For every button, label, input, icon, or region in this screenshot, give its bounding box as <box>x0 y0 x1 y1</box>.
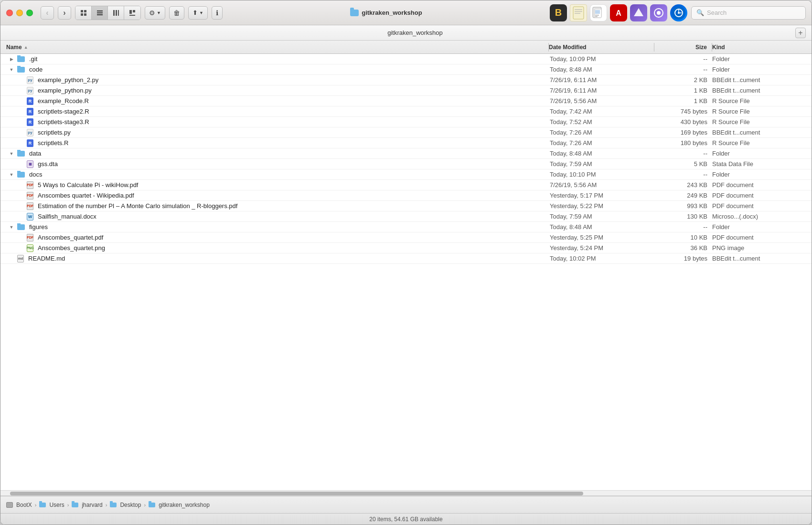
breadcrumb-item[interactable]: Desktop <box>110 502 141 508</box>
file-name-cell: PDF 5 Ways to Calculate Pi - wikiHow.pdf <box>4 181 550 189</box>
svg-rect-5 <box>97 12 103 13</box>
fluid2-app-icon[interactable] <box>650 4 667 21</box>
svg-rect-1 <box>84 10 86 12</box>
file-name-cell: W Sailfish_manual.docx <box>4 213 550 220</box>
list-view-button[interactable] <box>92 6 108 20</box>
file-size: 169 bytes <box>655 129 712 136</box>
file-row[interactable]: docs Today, 10:10 PM -- Folder <box>0 169 812 180</box>
column-headers: Name ▲ Date Modified Size Kind <box>0 41 812 54</box>
settings-button[interactable]: ⚙ ▼ <box>145 6 165 20</box>
r-file-icon: R <box>27 97 33 105</box>
file-date: 7/26/19, 6:11 AM <box>550 76 655 84</box>
file-date: Today, 7:52 AM <box>550 118 655 126</box>
file-row[interactable]: .git Today, 10:09 PM -- Folder <box>0 54 812 64</box>
horizontal-scrollbar[interactable] <box>0 490 812 496</box>
info-button[interactable]: ℹ <box>212 6 223 20</box>
scrollbar-thumb[interactable] <box>10 492 583 495</box>
file-row[interactable]: W Sailfish_manual.docx Today, 7:59 AM 13… <box>0 211 812 222</box>
svg-rect-7 <box>113 10 115 16</box>
disclosure-triangle[interactable] <box>8 66 15 73</box>
svg-rect-11 <box>133 10 135 12</box>
column-view-button[interactable] <box>108 6 124 20</box>
folder-icon <box>17 224 25 230</box>
svg-rect-9 <box>118 10 119 16</box>
svg-rect-21 <box>595 16 598 17</box>
grid-icon <box>80 10 87 16</box>
file-date: Today, 7:42 AM <box>550 108 655 115</box>
breadcrumb-item[interactable]: BootX <box>6 502 32 508</box>
close-button[interactable] <box>6 10 13 16</box>
acrobat-app-icon[interactable]: A <box>610 4 627 21</box>
file-row[interactable]: R scriptlets.R Today, 7:26 AM 180 bytes … <box>0 138 812 148</box>
search-box[interactable]: 🔍 Search <box>691 6 806 20</box>
kind-column-header[interactable]: Kind <box>712 44 808 51</box>
disclosure-triangle[interactable] <box>8 171 15 178</box>
file-row[interactable]: PDF Anscombes quartet - Wikipedia.pdf Ye… <box>0 190 812 201</box>
folder-icon <box>17 151 25 157</box>
file-row[interactable]: py example_python_2.py 7/26/19, 6:11 AM … <box>0 75 812 85</box>
pathbar: gitkraken_workshop + <box>0 25 812 41</box>
disclosure-spacer <box>18 87 24 94</box>
file-row[interactable]: PNG Anscombes_quartet.png Yesterday, 5:2… <box>0 243 812 253</box>
breadcrumb-separator: › <box>35 502 37 508</box>
disclosure-spacer <box>18 234 24 241</box>
file-row[interactable]: py scriptlets.py Today, 7:26 AM 169 byte… <box>0 127 812 138</box>
view-buttons <box>75 6 141 20</box>
disclosure-triangle[interactable] <box>8 224 15 231</box>
file-row[interactable]: R scriptlets-stage3.R Today, 7:52 AM 430… <box>0 117 812 127</box>
file-row[interactable]: figures Today, 8:48 AM -- Folder <box>0 222 812 232</box>
quicktime-app-icon[interactable] <box>670 4 687 21</box>
file-row[interactable]: ▦ gss.dta Today, 7:59 AM 5 KB Stata Data… <box>0 159 812 169</box>
breadcrumb-item[interactable]: Users <box>39 502 64 508</box>
minimize-button[interactable] <box>16 10 23 16</box>
file-name-cell: md README.md <box>4 255 550 262</box>
file-row[interactable]: data Today, 8:48 AM -- Folder <box>0 148 812 159</box>
icon-view-button[interactable] <box>75 6 92 20</box>
share-icon: ⬆ <box>192 9 198 16</box>
file-row[interactable]: md README.md Today, 10:02 PM 19 bytes BB… <box>0 253 812 264</box>
name-column-header[interactable]: Name ▲ <box>4 44 548 51</box>
add-folder-button[interactable]: + <box>795 28 806 38</box>
file-row[interactable]: code Today, 8:48 AM -- Folder <box>0 64 812 75</box>
fluid-app-icon[interactable] <box>630 4 647 21</box>
file-kind: Stata Data File <box>712 160 808 168</box>
share-button[interactable]: ⬆ ▼ <box>188 6 208 20</box>
forward-button[interactable]: › <box>58 6 71 20</box>
breadcrumb-item[interactable]: gitkraken_workshop <box>149 502 210 508</box>
png-file-icon: PNG <box>27 244 33 252</box>
file-kind: BBEdit t...cument <box>712 255 808 262</box>
file-row[interactable]: PDF 5 Ways to Calculate Pi - wikiHow.pdf… <box>0 180 812 190</box>
back-button[interactable]: ‹ <box>41 6 54 20</box>
settings-dropdown-arrow: ▼ <box>157 10 161 15</box>
gallery-view-button[interactable] <box>124 6 140 20</box>
svg-rect-12 <box>129 15 135 16</box>
breadcrumb-item[interactable]: jharvard <box>72 502 102 508</box>
file-size: 5 KB <box>655 160 712 168</box>
svg-rect-8 <box>116 10 117 16</box>
file-kind: R Source File <box>712 108 808 115</box>
file-date: Today, 7:26 AM <box>550 139 655 147</box>
file-row[interactable]: R example_Rcode.R 7/26/19, 5:56 AM 1 KB … <box>0 96 812 106</box>
date-column-header[interactable]: Date Modified <box>549 44 654 51</box>
maximize-button[interactable] <box>26 10 33 16</box>
delete-button[interactable]: 🗑 <box>169 6 184 20</box>
file-row[interactable]: PDF Estimation of the number PI – A Mont… <box>0 201 812 211</box>
preview-app-icon[interactable] <box>590 4 607 21</box>
app-icons: B <box>550 4 687 21</box>
disclosure-triangle[interactable] <box>8 150 15 157</box>
file-name-cell: PDF Anscombes quartet - Wikipedia.pdf <box>4 192 550 200</box>
svg-rect-3 <box>84 13 86 16</box>
file-date: Yesterday, 5:24 PM <box>550 244 655 252</box>
file-name-cell: .git <box>4 55 550 63</box>
file-row[interactable]: PDF Anscombes_quartet.pdf Yesterday, 5:2… <box>0 232 812 243</box>
notes-app-icon[interactable] <box>570 4 587 21</box>
file-name: Estimation of the number PI – A Monte Ca… <box>38 202 237 210</box>
svg-rect-10 <box>129 10 132 14</box>
breadcrumb-bar: BootX›Users›jharvard›Desktop›gitkraken_w… <box>0 496 812 513</box>
disclosure-triangle[interactable] <box>8 56 15 63</box>
bbedit-app-icon[interactable]: B <box>550 4 567 21</box>
file-kind: Microso...(.docx) <box>712 213 808 220</box>
size-column-header[interactable]: Size <box>654 44 712 51</box>
file-row[interactable]: R scriptlets-stage2.R Today, 7:42 AM 745… <box>0 106 812 117</box>
file-row[interactable]: py example_python.py 7/26/19, 6:11 AM 1 … <box>0 85 812 96</box>
